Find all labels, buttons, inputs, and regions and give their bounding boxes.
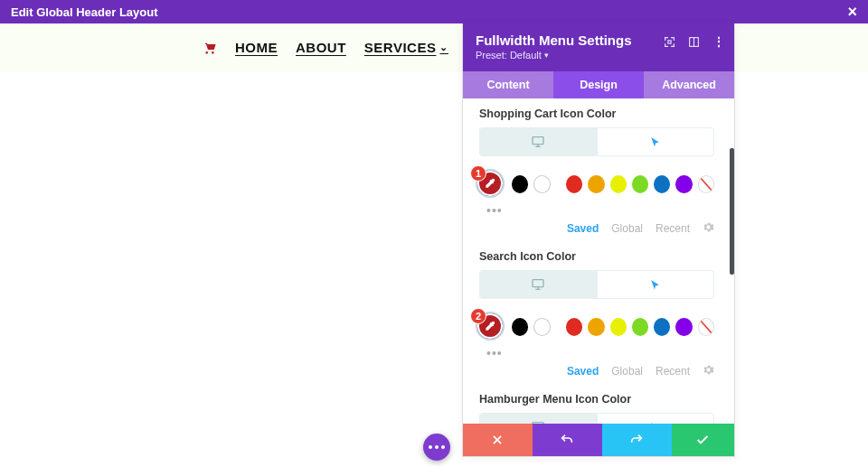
desktop-state-button[interactable] xyxy=(480,271,598,298)
responsive-toggle-row xyxy=(479,413,714,424)
swatch-blue[interactable] xyxy=(654,175,670,193)
nav-services[interactable]: SERVICES ⌄ xyxy=(364,40,448,55)
palette-saved[interactable]: Saved xyxy=(567,222,599,235)
scrollbar[interactable] xyxy=(730,98,734,424)
preset-selector[interactable]: Preset: Default ▾ xyxy=(476,50,722,61)
tab-advanced[interactable]: Advanced xyxy=(644,71,734,98)
palette-global[interactable]: Global xyxy=(611,365,643,378)
swatch-yellow[interactable] xyxy=(610,318,627,336)
svg-rect-0 xyxy=(668,40,671,42)
chevron-down-icon: ▾ xyxy=(544,51,549,60)
step-badge-1: 1 xyxy=(470,165,486,182)
more-options-icon[interactable]: ••• xyxy=(486,203,734,218)
kebab-menu-icon[interactable]: ⋮ xyxy=(712,34,725,49)
step-badge-2: 2 xyxy=(470,308,486,324)
palette-saved[interactable]: Saved xyxy=(567,365,599,378)
responsive-toggle-row xyxy=(479,127,714,156)
nav-services-label: SERVICES xyxy=(364,40,437,55)
swatch-red[interactable] xyxy=(566,318,582,336)
chevron-down-icon: ⌄ xyxy=(439,42,448,53)
editor-topbar: Edit Global Header Layout × xyxy=(0,0,868,23)
swatch-orange[interactable] xyxy=(588,318,604,336)
section-cart-label: Shopping Cart Icon Color xyxy=(479,107,734,120)
preview-header: HOME ABOUT SERVICES ⌄ xyxy=(0,23,868,72)
palette-recent[interactable]: Recent xyxy=(656,222,690,235)
panel-header: Fullwidth Menu Settings Preset: Default … xyxy=(463,23,734,71)
swatch-blue[interactable] xyxy=(654,318,670,336)
more-options-icon[interactable]: ••• xyxy=(486,346,734,360)
desktop-state-button[interactable] xyxy=(480,414,598,424)
preset-label: Preset: Default xyxy=(476,50,542,61)
section-hamburger-label: Hamburger Menu Icon Color xyxy=(479,393,734,406)
settings-panel: Fullwidth Menu Settings Preset: Default … xyxy=(462,23,735,457)
swatch-green[interactable] xyxy=(632,175,648,193)
swatch-purple[interactable] xyxy=(675,175,692,193)
swatch-transparent[interactable] xyxy=(698,318,714,336)
hover-state-button[interactable] xyxy=(598,271,714,298)
hover-state-button[interactable] xyxy=(598,128,714,155)
close-editor-button[interactable]: × xyxy=(847,4,857,20)
panel-scroll-area: Shopping Cart Icon Color 1 xyxy=(463,98,734,424)
palette-mode-row: Saved Global Recent xyxy=(479,364,714,378)
nav-home[interactable]: HOME xyxy=(235,40,278,55)
svg-rect-9 xyxy=(533,423,543,424)
swatch-orange[interactable] xyxy=(588,175,604,193)
more-actions-fab[interactable] xyxy=(423,434,450,461)
swatch-purple[interactable] xyxy=(675,318,692,336)
section-search-label: Search Icon Color xyxy=(479,250,734,263)
desktop-state-button[interactable] xyxy=(480,128,598,155)
cart-icon[interactable] xyxy=(203,41,217,55)
swatch-green[interactable] xyxy=(632,318,648,336)
primary-nav: HOME ABOUT SERVICES ⌄ xyxy=(203,40,448,55)
tab-content[interactable]: Content xyxy=(463,71,553,98)
hover-state-button[interactable] xyxy=(598,414,714,424)
undo-button[interactable] xyxy=(533,424,602,456)
gear-icon[interactable] xyxy=(703,221,714,236)
palette-mode-row: Saved Global Recent xyxy=(479,221,714,236)
swatch-black[interactable] xyxy=(512,318,528,336)
responsive-toggle-row xyxy=(479,270,714,299)
nav-about[interactable]: ABOUT xyxy=(296,40,346,55)
swatch-white[interactable] xyxy=(533,318,550,336)
swatch-white[interactable] xyxy=(533,175,550,193)
discard-button[interactable] xyxy=(463,424,533,456)
save-button[interactable] xyxy=(672,424,734,456)
swatch-transparent[interactable] xyxy=(698,175,714,193)
swatch-black[interactable] xyxy=(512,175,528,193)
panel-tabs: Content Design Advanced xyxy=(463,71,734,98)
expand-icon[interactable] xyxy=(664,36,675,48)
editor-title: Edit Global Header Layout xyxy=(11,5,158,19)
tab-design[interactable]: Design xyxy=(553,71,644,98)
palette-global[interactable]: Global xyxy=(611,222,643,235)
ellipsis-icon xyxy=(429,445,445,449)
palette-recent[interactable]: Recent xyxy=(656,365,690,378)
swatch-red[interactable] xyxy=(566,175,582,193)
panel-footer xyxy=(463,424,734,456)
svg-rect-3 xyxy=(533,137,543,145)
redo-button[interactable] xyxy=(602,424,672,456)
swatch-yellow[interactable] xyxy=(610,175,627,193)
gear-icon[interactable] xyxy=(703,364,714,378)
color-row-cart: 1 xyxy=(479,169,714,200)
color-row-search: 2 xyxy=(479,312,714,342)
scrollbar-thumb[interactable] xyxy=(730,148,734,275)
svg-rect-6 xyxy=(533,280,543,287)
panel-layout-icon[interactable] xyxy=(688,36,700,48)
